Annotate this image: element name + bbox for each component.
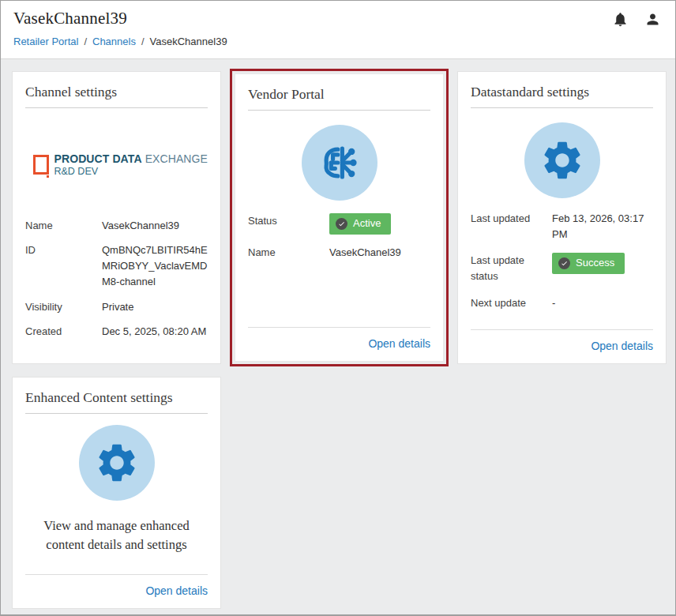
field-row-next-update: Next update - <box>471 295 653 311</box>
breadcrumb-separator: / <box>141 36 145 47</box>
datastandard-fields: Last updated Feb 13, 2026, 03:17 PM Last… <box>471 211 653 321</box>
logo-text-light: EXCHANGE <box>145 152 208 165</box>
field-row-name: Name VasekChannel39 <box>25 218 208 234</box>
breadcrumb: Retailer Portal / Channels / VasekChanne… <box>1 28 675 59</box>
channel-settings-card: Channel settings PRODUCT DATA EXCHANGE R… <box>12 71 221 364</box>
logo-text-sub: R&D DEV <box>54 166 208 177</box>
check-icon <box>558 257 570 269</box>
user-icon[interactable] <box>644 11 661 28</box>
status-badge: Active <box>329 213 391 235</box>
field-label: Last update status <box>471 253 547 284</box>
field-row-visibility: Visibility Private <box>25 299 208 315</box>
field-label: Created <box>25 324 102 340</box>
field-label: Visibility <box>25 299 102 315</box>
divider <box>25 413 208 414</box>
divider <box>248 110 430 111</box>
vendor-portal-icon-circle <box>302 125 377 201</box>
field-value: QmBNQc7LBITIR54hEMRiOBYY_VaclavEMDM8-cha… <box>102 242 208 290</box>
field-value: VasekChannel39 <box>102 218 208 234</box>
success-badge: Success <box>552 253 625 274</box>
field-label: Status <box>248 213 325 235</box>
field-label: Last updated <box>471 211 547 242</box>
field-label: Name <box>248 245 325 261</box>
field-value: - <box>547 295 653 311</box>
field-label: ID <box>25 242 102 290</box>
enhanced-content-card: Enhanced Content settings View and manag… <box>12 377 221 609</box>
breadcrumb-channels[interactable]: Channels <box>92 36 136 47</box>
enhanced-content-title: Enhanced Content settings <box>25 377 208 413</box>
field-row-last-update-status: Last update status Success <box>471 253 653 284</box>
field-row-name: Name VasekChanel39 <box>248 245 430 261</box>
breadcrumb-separator: / <box>84 36 87 47</box>
channel-settings-title: Channel settings <box>25 72 208 107</box>
breadcrumb-retailer-portal[interactable]: Retailer Portal <box>13 36 78 47</box>
datastandard-settings-card: Datastandard settings Last updated Feb 1… <box>457 71 667 364</box>
datastandard-icon-circle <box>524 122 600 198</box>
field-row-status: Status Active <box>248 213 430 235</box>
product-data-exchange-logo: PRODUCT DATA EXCHANGE R&D DEV <box>33 152 208 177</box>
content-area: Channel settings PRODUCT DATA EXCHANGE R… <box>1 59 675 616</box>
datastandard-open-details-link[interactable]: Open details <box>591 340 653 352</box>
field-label: Name <box>25 218 102 234</box>
divider <box>471 107 653 108</box>
divider <box>25 107 208 108</box>
enhanced-content-description: View and manage enhanced content details… <box>25 516 208 554</box>
gear-icon <box>539 137 585 183</box>
gear-icon <box>94 440 140 486</box>
brain-circuit-icon <box>318 141 361 184</box>
field-value: VasekChanel39 <box>325 245 430 261</box>
vendor-portal-card: Vendor Portal <box>235 73 444 362</box>
vendor-portal-open-details-link[interactable]: Open details <box>368 337 430 350</box>
datastandard-settings-title: Datastandard settings <box>471 72 653 107</box>
page-title: VasekChannel39 <box>13 9 127 28</box>
field-row-created: Created Dec 5, 2025, 08:20 AM <box>25 324 208 340</box>
bell-icon[interactable] <box>612 11 629 28</box>
vendor-portal-highlight-border: Vendor Portal <box>230 69 449 366</box>
field-value: Private <box>102 299 208 315</box>
field-value: Dec 5, 2025, 08:20 AM <box>102 324 208 340</box>
header-icons <box>612 9 661 28</box>
logo-text-bold: PRODUCT DATA <box>54 152 142 165</box>
field-row-last-updated: Last updated Feb 13, 2026, 03:17 PM <box>471 211 653 242</box>
enhanced-content-open-details-link[interactable]: Open details <box>145 584 208 597</box>
channel-settings-fields: Name VasekChannel39 ID QmBNQc7LBITIR54hE… <box>25 218 208 348</box>
field-row-id: ID QmBNQc7LBITIR54hEMRiOBYY_VaclavEMDM8-… <box>25 242 208 290</box>
logo-square-icon <box>33 155 49 175</box>
enhanced-content-icon-circle <box>79 425 155 501</box>
header: VasekChannel39 <box>1 1 675 28</box>
vendor-portal-fields: Status Active Name VasekChane <box>248 213 430 271</box>
check-icon <box>336 218 347 230</box>
field-label: Next update <box>471 295 547 311</box>
page: VasekChannel39 Retailer Portal / Channel… <box>0 0 676 616</box>
vendor-portal-title: Vendor Portal <box>248 74 430 110</box>
breadcrumb-current: VasekChannel39 <box>150 36 227 47</box>
field-value: Feb 13, 2026, 03:17 PM <box>547 211 653 242</box>
